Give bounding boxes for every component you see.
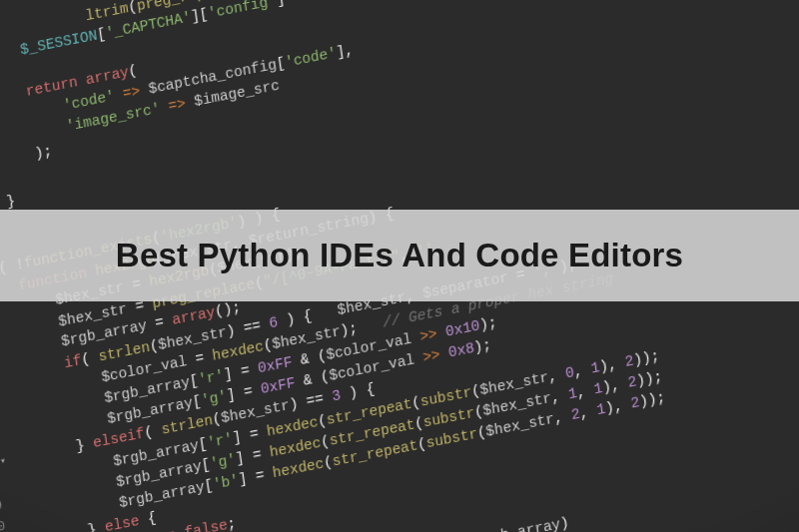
title-banner: Best Python IDEs And Code Editors [0, 210, 799, 301]
banner-title: Best Python IDEs And Code Editors [116, 237, 683, 274]
screenshot-viewport: 76 strlen( realpath($_SERVER['DOCUMENT_R… [0, 0, 799, 532]
